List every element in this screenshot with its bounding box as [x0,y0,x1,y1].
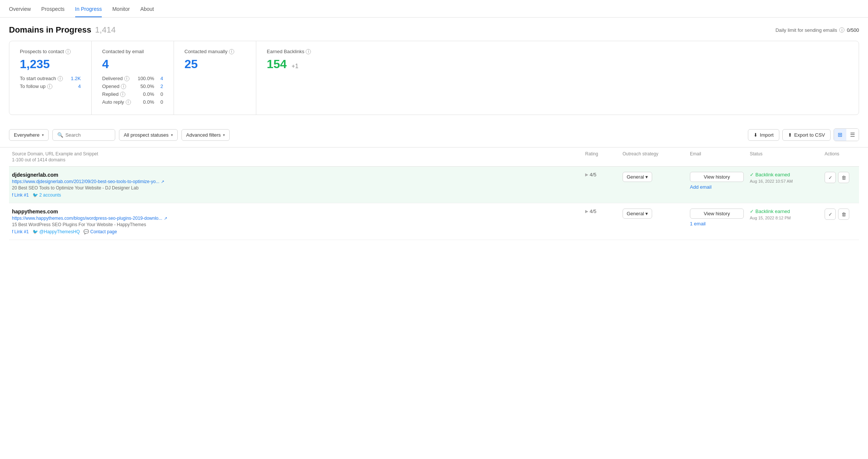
status-earned-2: ✓ Backlink earned [750,209,819,214]
strategy-chevron-icon-1: ▾ [645,174,648,180]
table-row: happythemes.com https://www.happythemes.… [9,203,859,240]
delete-action-button-1[interactable]: 🗑 [838,172,849,183]
backlinks-label: Earned Backlinks i [267,49,328,54]
import-button[interactable]: ⬇ Import [748,129,779,141]
strategy-cell-2: General ▾ [620,209,687,219]
location-filter[interactable]: Everywhere ▾ [9,129,49,141]
email-cell-1: View history Add email [687,172,747,190]
follow-up-info-icon[interactable]: i [47,84,52,89]
manual-label: Contacted manually i [184,49,245,54]
domain-url-link-1[interactable]: https://www.djdesignerlab.com/2012/09/20… [12,179,159,184]
contact-link-2[interactable]: 💬 Contact page [83,229,117,234]
stats-email: Contacted by email 4 Delivered i 100.0% … [92,41,174,115]
start-outreach-info-icon[interactable]: i [58,76,63,81]
search-input[interactable] [65,132,110,138]
delivered-row: Delivered i 100.0% 4 [102,76,163,81]
one-email-link-2[interactable]: 1 email [690,221,744,227]
tw-link-2[interactable]: 🐦 @HappyThemesHQ [33,229,80,234]
email-label: Contacted by email [102,49,163,54]
manual-value: 25 [184,57,245,71]
source-cell-2: happythemes.com https://www.happythemes.… [9,209,582,234]
col-rating: Rating [582,151,620,162]
backlinks-value: 154 +1 [267,57,328,71]
nav-item-in-progress[interactable]: In Progress [75,6,102,17]
status-cell-1: ✓ Backlink earned Aug 16, 2022 10:57 AM [747,172,822,183]
message-icon-2: 💬 [83,229,89,234]
start-outreach-row: To start outreach i 1.2K [20,76,81,81]
location-chevron-icon: ▾ [42,133,44,137]
check-action-button-2[interactable]: ✓ [825,209,836,220]
checkmark-icon-1: ✓ [750,172,754,177]
status-cell-2: ✓ Backlink earned Aug 15, 2022 8:12 PM [747,209,822,220]
fb-link-2[interactable]: f Link #1 [12,229,29,234]
email-value: 4 [102,57,163,71]
add-email-link-1[interactable]: Add email [690,184,744,190]
domain-url-link-2[interactable]: https://www.happythemes.com/blogs/wordpr… [12,216,162,221]
search-wrap: 🔍 [52,129,115,141]
email-cell-2: View history 1 email [687,209,747,227]
strategy-chevron-icon-2: ▾ [645,211,648,216]
stats-backlinks: Earned Backlinks i 154 +1 [256,41,339,115]
table-container: Source Domain, URL Example and Snippet 1… [0,148,868,240]
replied-row: Replied i 0.0% 0 [102,91,163,97]
view-history-button-1[interactable]: View history [690,172,744,182]
check-action-button-1[interactable]: ✓ [825,172,836,183]
top-nav: OverviewProspectsIn ProgressMonitorAbout [0,0,868,18]
opened-row: Opened i 50.0% 2 [102,83,163,89]
delivered-info-icon[interactable]: i [124,76,129,81]
status-earned-1: ✓ Backlink earned [750,172,819,177]
table-row: djdesignerlab.com https://www.djdesigner… [9,167,859,203]
twitter-icon-2: 🐦 [33,229,38,234]
grid-view-button[interactable]: ⊞ [834,129,846,141]
export-csv-button[interactable]: ⬆ Export to CSV [782,129,831,141]
rating-cell-1: ▶ 4/5 [582,172,620,177]
tw-link-1[interactable]: 🐦 2 accounts [33,192,61,198]
col-email: Email [687,151,747,162]
col-source: Source Domain, URL Example and Snippet 1… [9,151,582,162]
facebook-icon-1: f [12,192,13,198]
strategy-cell-1: General ▾ [620,172,687,182]
advanced-chevron-icon: ▾ [223,133,225,137]
list-view-button[interactable]: ☰ [846,129,859,141]
advanced-filters[interactable]: Advanced filters ▾ [181,129,230,141]
actions-cell-1: ✓ 🗑 [822,172,859,183]
domain-count-badge: 1,414 [95,25,116,35]
nav-item-about[interactable]: About [140,6,154,17]
view-toggle: ⊞ ☰ [834,128,859,141]
daily-limit-info: Daily limit for sending emails i 0/500 [776,27,859,33]
autoreply-info-icon[interactable]: i [126,100,131,105]
nav-item-prospects[interactable]: Prospects [41,6,64,17]
external-link-icon-2: ↗ [164,216,167,221]
replied-info-icon[interactable]: i [120,92,125,97]
toolbar: Everywhere ▾ 🔍 All prospect statuses ▾ A… [0,122,868,148]
opened-info-icon[interactable]: i [121,84,126,89]
backlinks-info-icon[interactable]: i [306,49,311,54]
manual-info-icon[interactable]: i [229,49,234,54]
checkmark-icon-2: ✓ [750,209,754,214]
table-header: Source Domain, URL Example and Snippet 1… [9,148,859,167]
daily-limit-label: Daily limit for sending emails [776,27,837,33]
prospects-label: Prospects to contact i [20,49,81,54]
facebook-icon-2: f [12,229,13,234]
rating-cell-2: ▶ 4/5 [582,209,620,214]
col-actions: Actions [822,151,859,162]
view-history-button-2[interactable]: View history [690,209,744,219]
nav-item-monitor[interactable]: Monitor [112,6,130,17]
prospects-info-icon[interactable]: i [65,49,71,54]
fb-link-1[interactable]: f Link #1 [12,192,29,198]
search-icon: 🔍 [57,132,63,138]
delete-action-button-2[interactable]: 🗑 [838,209,849,220]
stats-panel: Prospects to contact i 1,235 To start ou… [9,41,859,115]
col-status: Status [747,151,822,162]
external-link-icon-1: ↗ [161,179,164,184]
source-cell-1: djdesignerlab.com https://www.djdesigner… [9,172,582,198]
status-filter[interactable]: All prospect statuses ▾ [119,129,178,141]
stats-prospects: Prospects to contact i 1,235 To start ou… [9,41,92,115]
daily-limit-info-icon[interactable]: i [839,27,844,33]
page-title: Domains in Progress [9,25,91,35]
strategy-dropdown-1[interactable]: General ▾ [623,172,652,182]
strategy-dropdown-2[interactable]: General ▾ [623,209,652,219]
actions-cell-2: ✓ 🗑 [822,209,859,220]
nav-item-overview[interactable]: Overview [9,6,31,17]
twitter-icon-1: 🐦 [33,192,38,198]
